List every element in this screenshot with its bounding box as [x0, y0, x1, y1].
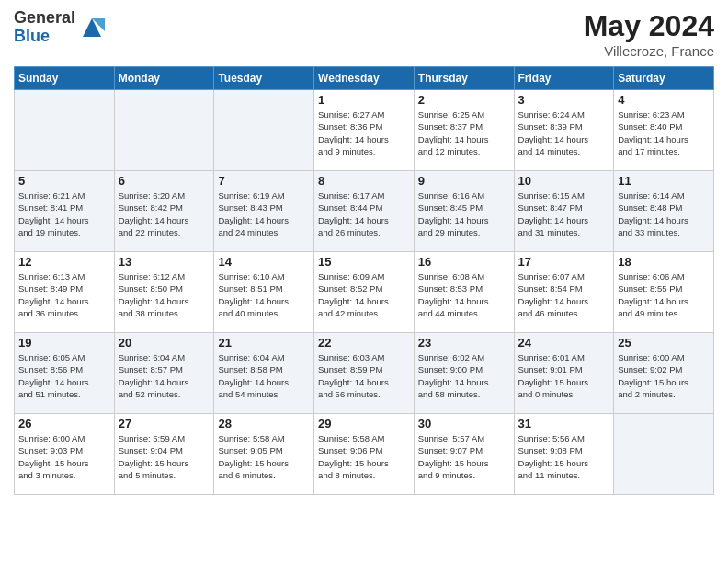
day-info: Sunrise: 5:56 AMSunset: 9:08 PMDaylight:… — [518, 432, 610, 481]
calendar-cell — [214, 90, 314, 171]
calendar-cell: 30Sunrise: 5:57 AMSunset: 9:07 PMDayligh… — [414, 414, 514, 495]
calendar-cell: 7Sunrise: 6:19 AMSunset: 8:43 PMDaylight… — [214, 171, 314, 252]
day-number: 1 — [318, 93, 410, 107]
day-info: Sunrise: 6:06 AMSunset: 8:55 PMDaylight:… — [618, 270, 710, 319]
day-info: Sunrise: 6:17 AMSunset: 8:44 PMDaylight:… — [318, 190, 410, 238]
calendar-cell: 14Sunrise: 6:10 AMSunset: 8:51 PMDayligh… — [214, 252, 314, 333]
calendar-cell: 29Sunrise: 5:58 AMSunset: 9:06 PMDayligh… — [314, 414, 415, 495]
day-info: Sunrise: 6:07 AMSunset: 8:54 PMDaylight:… — [518, 270, 610, 319]
day-number: 23 — [418, 336, 510, 350]
day-number: 20 — [119, 336, 210, 350]
day-number: 4 — [618, 93, 710, 107]
day-info: Sunrise: 6:03 AMSunset: 8:59 PMDaylight:… — [318, 351, 410, 400]
calendar-cell: 19Sunrise: 6:05 AMSunset: 8:56 PMDayligh… — [15, 333, 115, 414]
day-info: Sunrise: 6:27 AMSunset: 8:36 PMDaylight:… — [318, 109, 410, 157]
day-info: Sunrise: 6:04 AMSunset: 8:57 PMDaylight:… — [119, 351, 210, 400]
calendar-cell — [15, 90, 115, 171]
calendar-week-2: 5Sunrise: 6:21 AMSunset: 8:41 PMDaylight… — [15, 171, 714, 252]
day-info: Sunrise: 5:58 AMSunset: 9:06 PMDaylight:… — [318, 432, 410, 481]
month-title: May 2024 — [584, 9, 714, 43]
calendar-cell: 8Sunrise: 6:17 AMSunset: 8:44 PMDaylight… — [314, 171, 415, 252]
day-info: Sunrise: 6:04 AMSunset: 8:58 PMDaylight:… — [218, 351, 310, 400]
day-number: 28 — [218, 417, 310, 431]
calendar-cell: 31Sunrise: 5:56 AMSunset: 9:08 PMDayligh… — [514, 414, 614, 495]
calendar-cell: 11Sunrise: 6:14 AMSunset: 8:48 PMDayligh… — [614, 171, 714, 252]
col-sunday: Sunday — [15, 67, 115, 90]
day-number: 30 — [418, 417, 510, 431]
day-info: Sunrise: 6:00 AMSunset: 9:02 PMDaylight:… — [618, 351, 710, 400]
calendar-cell: 2Sunrise: 6:25 AMSunset: 8:37 PMDaylight… — [414, 90, 514, 171]
day-info: Sunrise: 6:01 AMSunset: 9:01 PMDaylight:… — [518, 351, 610, 400]
day-number: 7 — [218, 174, 310, 188]
day-info: Sunrise: 6:10 AMSunset: 8:51 PMDaylight:… — [218, 270, 310, 319]
calendar-cell: 12Sunrise: 6:13 AMSunset: 8:49 PMDayligh… — [15, 252, 115, 333]
day-info: Sunrise: 6:14 AMSunset: 8:48 PMDaylight:… — [618, 190, 710, 238]
calendar-cell — [614, 414, 714, 495]
calendar: Sunday Monday Tuesday Wednesday Thursday… — [14, 66, 714, 495]
day-info: Sunrise: 6:15 AMSunset: 8:47 PMDaylight:… — [518, 190, 610, 238]
day-info: Sunrise: 6:21 AMSunset: 8:41 PMDaylight:… — [18, 190, 110, 238]
calendar-cell: 20Sunrise: 6:04 AMSunset: 8:57 PMDayligh… — [114, 333, 214, 414]
day-number: 29 — [318, 417, 410, 431]
calendar-cell: 13Sunrise: 6:12 AMSunset: 8:50 PMDayligh… — [114, 252, 214, 333]
day-info: Sunrise: 5:59 AMSunset: 9:04 PMDaylight:… — [119, 432, 210, 481]
day-number: 26 — [18, 417, 110, 431]
header: General Blue May 2024 Villecroze, France — [14, 9, 714, 59]
logo-blue: Blue — [14, 28, 75, 46]
col-thursday: Thursday — [414, 67, 514, 90]
calendar-cell: 1Sunrise: 6:27 AMSunset: 8:36 PMDaylight… — [314, 90, 415, 171]
calendar-cell: 6Sunrise: 6:20 AMSunset: 8:42 PMDaylight… — [114, 171, 214, 252]
logo-text: General Blue — [14, 9, 75, 46]
day-number: 2 — [418, 93, 510, 107]
calendar-cell: 17Sunrise: 6:07 AMSunset: 8:54 PMDayligh… — [514, 252, 614, 333]
day-number: 19 — [18, 336, 110, 350]
day-info: Sunrise: 5:57 AMSunset: 9:07 PMDaylight:… — [418, 432, 510, 481]
day-number: 25 — [618, 336, 710, 350]
day-info: Sunrise: 6:05 AMSunset: 8:56 PMDaylight:… — [18, 351, 110, 400]
location: Villecroze, France — [584, 43, 714, 59]
day-number: 22 — [318, 336, 410, 350]
day-info: Sunrise: 6:20 AMSunset: 8:42 PMDaylight:… — [119, 190, 210, 238]
calendar-cell: 27Sunrise: 5:59 AMSunset: 9:04 PMDayligh… — [114, 414, 214, 495]
calendar-cell: 21Sunrise: 6:04 AMSunset: 8:58 PMDayligh… — [214, 333, 314, 414]
calendar-cell: 15Sunrise: 6:09 AMSunset: 8:52 PMDayligh… — [314, 252, 415, 333]
calendar-header: Sunday Monday Tuesday Wednesday Thursday… — [15, 67, 714, 90]
calendar-week-3: 12Sunrise: 6:13 AMSunset: 8:49 PMDayligh… — [15, 252, 714, 333]
day-number: 15 — [318, 255, 410, 269]
logo: General Blue — [14, 9, 105, 46]
calendar-week-4: 19Sunrise: 6:05 AMSunset: 8:56 PMDayligh… — [15, 333, 714, 414]
calendar-cell: 10Sunrise: 6:15 AMSunset: 8:47 PMDayligh… — [514, 171, 614, 252]
day-info: Sunrise: 6:02 AMSunset: 9:00 PMDaylight:… — [418, 351, 510, 400]
day-info: Sunrise: 6:23 AMSunset: 8:40 PMDaylight:… — [618, 109, 710, 157]
calendar-cell: 3Sunrise: 6:24 AMSunset: 8:39 PMDaylight… — [514, 90, 614, 171]
header-row: Sunday Monday Tuesday Wednesday Thursday… — [15, 67, 714, 90]
day-number: 3 — [518, 93, 610, 107]
col-friday: Friday — [514, 67, 614, 90]
day-number: 5 — [18, 174, 110, 188]
day-number: 17 — [518, 255, 610, 269]
day-number: 8 — [318, 174, 410, 188]
day-number: 31 — [518, 417, 610, 431]
day-number: 21 — [218, 336, 310, 350]
calendar-cell: 22Sunrise: 6:03 AMSunset: 8:59 PMDayligh… — [314, 333, 415, 414]
day-number: 24 — [518, 336, 610, 350]
day-number: 27 — [119, 417, 210, 431]
day-info: Sunrise: 6:09 AMSunset: 8:52 PMDaylight:… — [318, 270, 410, 319]
calendar-week-5: 26Sunrise: 6:00 AMSunset: 9:03 PMDayligh… — [15, 414, 714, 495]
day-info: Sunrise: 6:24 AMSunset: 8:39 PMDaylight:… — [518, 109, 610, 157]
day-number: 18 — [618, 255, 710, 269]
logo-general: General — [14, 9, 75, 28]
title-area: May 2024 Villecroze, France — [584, 9, 714, 59]
calendar-cell: 9Sunrise: 6:16 AMSunset: 8:45 PMDaylight… — [414, 171, 514, 252]
page: General Blue May 2024 Villecroze, France… — [0, 0, 728, 563]
day-info: Sunrise: 5:58 AMSunset: 9:05 PMDaylight:… — [218, 432, 310, 481]
day-number: 14 — [218, 255, 310, 269]
col-wednesday: Wednesday — [314, 67, 415, 90]
col-saturday: Saturday — [614, 67, 714, 90]
col-tuesday: Tuesday — [214, 67, 314, 90]
logo-icon — [79, 15, 105, 40]
day-info: Sunrise: 6:08 AMSunset: 8:53 PMDaylight:… — [418, 270, 510, 319]
calendar-cell: 5Sunrise: 6:21 AMSunset: 8:41 PMDaylight… — [15, 171, 115, 252]
day-info: Sunrise: 6:12 AMSunset: 8:50 PMDaylight:… — [119, 270, 210, 319]
calendar-cell: 26Sunrise: 6:00 AMSunset: 9:03 PMDayligh… — [15, 414, 115, 495]
